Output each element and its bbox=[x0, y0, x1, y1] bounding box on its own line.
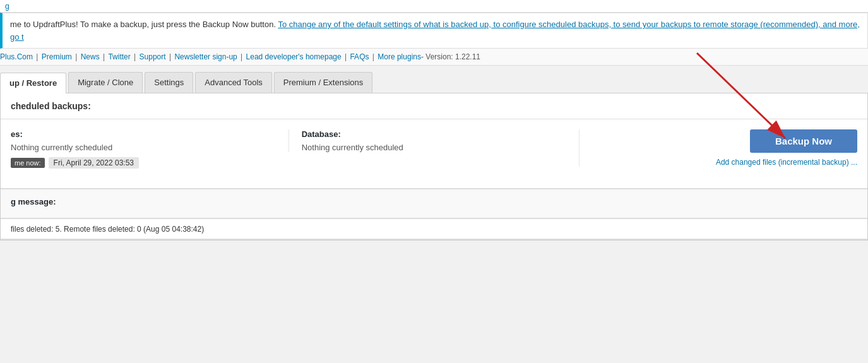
backup-now-button[interactable]: Backup Now bbox=[750, 129, 857, 153]
database-column: Database: Nothing currently scheduled bbox=[288, 129, 580, 152]
database-label: Database: bbox=[302, 129, 567, 139]
backup-area: es: Nothing currently scheduled me now: … bbox=[1, 119, 867, 189]
sep7: | bbox=[343, 52, 349, 61]
link-newsletter[interactable]: Newsletter sign-up bbox=[174, 52, 237, 61]
log-message-row: files deleted: 5. Remote files deleted: … bbox=[1, 219, 867, 239]
files-label: es: bbox=[11, 129, 276, 139]
files-column: es: Nothing currently scheduled me now: … bbox=[11, 129, 288, 169]
welcome-banner: me to UpdraftPlus! To make a backup, jus… bbox=[0, 13, 868, 49]
sep5: | bbox=[167, 52, 174, 61]
tab-settings[interactable]: Settings bbox=[145, 72, 193, 93]
scheduled-title: cheduled backups: bbox=[11, 101, 91, 111]
link-premium[interactable]: Premium bbox=[42, 52, 72, 61]
top-bar: g bbox=[0, 0, 868, 13]
tab-migrate-clone[interactable]: Migrate / Clone bbox=[68, 72, 143, 93]
tabs-container: up / Restore Migrate / Clone Settings Ad… bbox=[0, 66, 868, 93]
next-backup-time: Fri, April 29, 2022 03:53 bbox=[49, 157, 139, 169]
tab-content: cheduled backups: es: Nothing currently … bbox=[0, 93, 868, 241]
sep3: | bbox=[101, 52, 107, 61]
database-value: Nothing currently scheduled bbox=[302, 143, 567, 152]
incremental-backup-link[interactable]: Add changed files (incremental backup) .… bbox=[716, 158, 857, 167]
tab-premium-extensions[interactable]: Premium / Extensions bbox=[274, 72, 372, 93]
link-plus[interactable]: Plus.Com bbox=[0, 52, 33, 61]
sep8: | bbox=[370, 52, 376, 61]
log-title: g message: bbox=[11, 197, 857, 206]
link-twitter[interactable]: Twitter bbox=[108, 52, 130, 61]
sep6: | bbox=[239, 52, 245, 61]
backup-right-column: Backup Now Add changed files (incrementa… bbox=[579, 129, 857, 167]
welcome-text: me to UpdraftPlus! To make a backup, jus… bbox=[10, 20, 276, 29]
tab-advanced-tools[interactable]: Advanced Tools bbox=[195, 72, 272, 93]
sep2: | bbox=[73, 52, 80, 61]
files-value: Nothing currently scheduled bbox=[11, 143, 276, 152]
links-bar: Plus.Com | Premium | News | Twitter | Su… bbox=[0, 49, 868, 66]
version-text: - Version: 1.22.11 bbox=[421, 52, 480, 61]
next-backup-row: me now: Fri, April 29, 2022 03:53 bbox=[11, 157, 276, 169]
sep4: | bbox=[132, 52, 138, 61]
link-news[interactable]: News bbox=[81, 52, 100, 61]
log-section: g message: bbox=[1, 189, 867, 218]
tab-backup-restore[interactable]: up / Restore bbox=[0, 73, 66, 93]
link-plugins[interactable]: More plugins bbox=[378, 52, 421, 61]
scheduled-backups-header: cheduled backups: bbox=[1, 93, 867, 119]
sep1: | bbox=[34, 52, 40, 61]
top-link[interactable]: g bbox=[5, 2, 9, 11]
divider-3 bbox=[1, 239, 867, 240]
link-faqs[interactable]: FAQs bbox=[350, 52, 369, 61]
link-support[interactable]: Support bbox=[140, 52, 166, 61]
link-developer[interactable]: Lead developer's homepage bbox=[246, 52, 342, 61]
log-message-text: files deleted: 5. Remote files deleted: … bbox=[11, 222, 204, 236]
next-backup-badge: me now: bbox=[11, 158, 45, 168]
